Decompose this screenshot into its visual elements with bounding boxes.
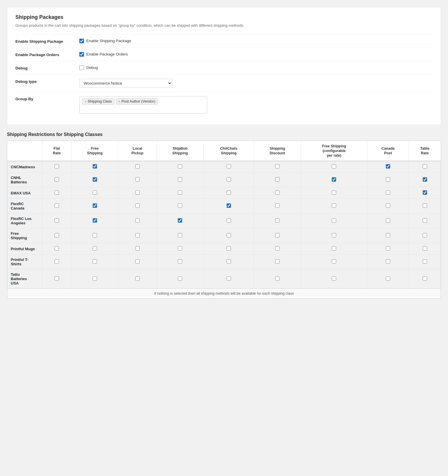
checkbox-0-chitchats[interactable] xyxy=(227,164,231,169)
checkbox-3-flat_rate[interactable] xyxy=(55,203,59,208)
checkbox-0-canada_post[interactable] xyxy=(386,164,390,169)
cell-8-table_rate xyxy=(409,269,441,289)
checkbox-2-flat_rate[interactable] xyxy=(55,190,59,195)
checkbox-7-shipping_discount[interactable] xyxy=(275,259,279,264)
checkbox-5-free_shipping[interactable] xyxy=(93,233,97,237)
checkbox-4-table_rate[interactable] xyxy=(423,218,427,223)
checkbox-2-table_rate[interactable] xyxy=(423,190,427,195)
tag-post-author-remove[interactable]: × xyxy=(119,100,120,103)
checkbox-5-local_pickup[interactable] xyxy=(135,233,140,237)
checkbox-6-free_shipping[interactable] xyxy=(93,246,97,250)
checkbox-0-table_rate[interactable] xyxy=(423,164,427,169)
checkbox-4-chitchats[interactable] xyxy=(227,218,231,223)
col-header-table-rate: TableRate xyxy=(409,141,441,161)
checkbox-6-chitchats[interactable] xyxy=(227,246,231,250)
checkbox-7-free_shipping[interactable] xyxy=(93,259,97,264)
checkbox-2-local_pickup[interactable] xyxy=(135,190,140,195)
checkbox-2-free_shipping_configurable[interactable] xyxy=(332,190,336,195)
checkbox-3-canada_post[interactable] xyxy=(386,203,390,208)
checkbox-3-local_pickup[interactable] xyxy=(135,203,140,208)
checkbox-8-shipbob[interactable] xyxy=(178,276,182,281)
checkbox-1-local_pickup[interactable] xyxy=(135,177,140,182)
checkbox-6-local_pickup[interactable] xyxy=(135,246,140,250)
checkbox-8-flat_rate[interactable] xyxy=(55,276,59,281)
cell-2-local_pickup xyxy=(118,187,157,199)
checkbox-4-local_pickup[interactable] xyxy=(135,218,140,223)
enable-package-orders-checkbox[interactable] xyxy=(79,52,84,57)
checkbox-8-canada_post[interactable] xyxy=(386,276,390,281)
checkbox-7-chitchats[interactable] xyxy=(227,259,231,264)
checkbox-1-free_shipping[interactable] xyxy=(93,177,97,182)
cell-2-free_shipping_configurable xyxy=(301,187,367,199)
checkbox-6-shipping_discount[interactable] xyxy=(275,246,279,250)
checkbox-6-canada_post[interactable] xyxy=(386,246,390,250)
checkbox-5-chitchats[interactable] xyxy=(227,233,231,237)
tag-shipping-class-label: Shipping Class xyxy=(87,99,112,103)
checkbox-4-shipping_discount[interactable] xyxy=(275,218,279,223)
col-header-chitchats: ChitChatsShipping xyxy=(203,141,254,161)
checkbox-5-canada_post[interactable] xyxy=(386,233,390,237)
row-name-7: Printful T-Shirts xyxy=(7,255,42,269)
checkbox-3-shipping_discount[interactable] xyxy=(275,203,279,208)
checkbox-2-shipbob[interactable] xyxy=(178,190,182,195)
checkbox-6-table_rate[interactable] xyxy=(423,246,427,250)
checkbox-6-free_shipping_configurable[interactable] xyxy=(332,246,336,250)
checkbox-8-free_shipping[interactable] xyxy=(93,276,97,281)
checkbox-1-canada_post[interactable] xyxy=(386,177,390,182)
checkbox-7-canada_post[interactable] xyxy=(386,259,390,264)
checkbox-0-flat_rate[interactable] xyxy=(55,164,59,169)
checkbox-4-canada_post[interactable] xyxy=(386,218,390,223)
checkbox-3-free_shipping[interactable] xyxy=(93,203,97,208)
cell-3-table_rate xyxy=(409,199,441,214)
enable-shipping-package-checkbox[interactable] xyxy=(79,39,84,43)
checkbox-0-free_shipping[interactable] xyxy=(93,164,97,169)
cell-5-local_pickup xyxy=(118,228,157,243)
checkbox-6-flat_rate[interactable] xyxy=(55,246,59,250)
checkbox-8-chitchats[interactable] xyxy=(227,276,231,281)
cell-1-free_shipping xyxy=(71,173,118,187)
checkbox-2-shipping_discount[interactable] xyxy=(275,190,279,195)
checkbox-8-free_shipping_configurable[interactable] xyxy=(332,276,336,281)
checkbox-5-shipping_discount[interactable] xyxy=(275,233,279,237)
checkbox-7-local_pickup[interactable] xyxy=(135,259,140,264)
checkbox-3-table_rate[interactable] xyxy=(423,203,427,208)
checkbox-3-free_shipping_configurable[interactable] xyxy=(332,203,336,208)
checkbox-5-table_rate[interactable] xyxy=(423,233,427,237)
checkbox-3-chitchats[interactable] xyxy=(227,203,231,208)
checkbox-5-free_shipping_configurable[interactable] xyxy=(332,233,336,237)
checkbox-8-local_pickup[interactable] xyxy=(135,276,140,281)
debug-checkbox[interactable] xyxy=(79,65,84,70)
checkbox-1-free_shipping_configurable[interactable] xyxy=(332,177,336,182)
checkbox-1-table_rate[interactable] xyxy=(423,177,427,182)
checkbox-4-free_shipping[interactable] xyxy=(93,218,97,223)
checkbox-4-shipbob[interactable] xyxy=(178,218,182,223)
checkbox-5-flat_rate[interactable] xyxy=(55,233,59,237)
checkbox-1-shipbob[interactable] xyxy=(178,177,182,182)
checkbox-0-shipbob[interactable] xyxy=(178,164,182,169)
checkbox-6-shipbob[interactable] xyxy=(178,246,182,250)
checkbox-0-shipping_discount[interactable] xyxy=(275,164,279,169)
checkbox-7-free_shipping_configurable[interactable] xyxy=(332,259,336,264)
checkbox-1-flat_rate[interactable] xyxy=(55,177,59,182)
group-by-tag-input[interactable]: × Shipping Class × Post Author (Vendor) xyxy=(79,96,207,114)
checkbox-2-canada_post[interactable] xyxy=(386,190,390,195)
tag-shipping-class-remove[interactable]: × xyxy=(85,100,86,103)
checkbox-2-free_shipping[interactable] xyxy=(93,190,97,195)
checkbox-8-shipping_discount[interactable] xyxy=(275,276,279,281)
checkbox-1-shipping_discount[interactable] xyxy=(275,177,279,182)
checkbox-8-table_rate[interactable] xyxy=(423,276,427,281)
checkbox-7-flat_rate[interactable] xyxy=(55,259,59,264)
checkbox-4-flat_rate[interactable] xyxy=(55,218,59,223)
checkbox-2-chitchats[interactable] xyxy=(227,190,231,195)
checkbox-0-local_pickup[interactable] xyxy=(135,164,140,169)
checkbox-7-table_rate[interactable] xyxy=(423,259,427,264)
debug-type-select[interactable]: Woocommerce Notice PHP Error Log xyxy=(79,79,172,88)
checkbox-7-shipbob[interactable] xyxy=(178,259,182,264)
checkbox-5-shipbob[interactable] xyxy=(178,233,182,237)
checkbox-0-free_shipping_configurable[interactable] xyxy=(332,164,336,169)
checkbox-4-free_shipping_configurable[interactable] xyxy=(332,218,336,223)
checkbox-1-chitchats[interactable] xyxy=(227,177,231,182)
cell-8-chitchats xyxy=(203,269,254,289)
cell-5-canada_post xyxy=(368,228,409,243)
checkbox-3-shipbob[interactable] xyxy=(178,203,182,208)
